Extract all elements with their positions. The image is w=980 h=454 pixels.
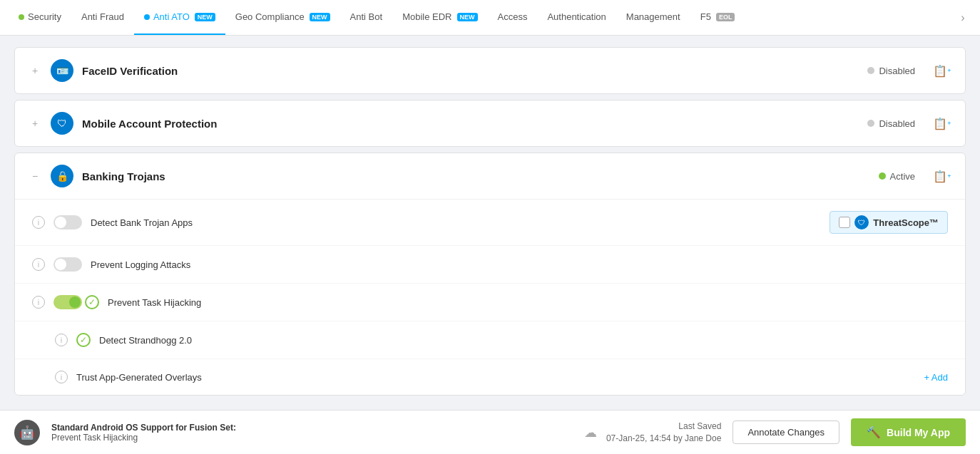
toggle-wrap-detect-bank-trojan <box>53 215 82 229</box>
feature-row-prevent-task-hijacking: i✓Prevent Task Hijacking <box>15 284 965 321</box>
feature-label-prevent-task-hijacking: Prevent Task Hijacking <box>108 297 948 308</box>
config-icon-faceid[interactable]: 📋+ <box>932 61 952 81</box>
feature-label-trust-app-overlays: Trust App-Generated Overlays <box>76 372 915 383</box>
status-dot-mobile-account <box>867 120 874 127</box>
main-content: +🪪FaceID VerificationDisabled📋++🛡Mobile … <box>0 36 980 410</box>
section-icon-banking-trojans: 🔒 <box>51 165 73 187</box>
section-header-faceid: +🪪FaceID VerificationDisabled📋+ <box>15 48 965 93</box>
nav-label-anti-fraud: Anti Fraud <box>81 11 124 22</box>
section-icon-faceid: 🪪 <box>51 59 73 82</box>
feature-label-detect-bank-trojan: Detect Bank Trojan Apps <box>91 217 821 228</box>
nav-badge-mobile-edr: NEW <box>457 13 478 21</box>
config-icon-mobile-account[interactable]: 📋+ <box>932 113 952 133</box>
nav-item-geo-compliance[interactable]: Geo ComplianceNEW <box>225 0 340 35</box>
info-icon-detect-strandhogg[interactable]: i <box>55 334 68 346</box>
feature-row-detect-strandhogg: i✓Detect Strandhogg 2.0 <box>15 321 965 359</box>
status-text-banking-trojans: Active <box>890 171 915 182</box>
status-text-faceid: Disabled <box>879 66 915 76</box>
feature-row-detect-bank-trojan: iDetect Bank Trojan Apps🛡ThreatScope™ <box>15 200 965 246</box>
section-body-banking-trojans: iDetect Bank Trojan Apps🛡ThreatScope™iPr… <box>15 199 965 395</box>
footer-save-text: Last Saved 07-Jan-25, 14:54 by Jane Doe <box>606 421 721 445</box>
config-icon-banking-trojans[interactable]: 📋+ <box>932 166 952 186</box>
feature-label-detect-strandhogg: Detect Strandhogg 2.0 <box>99 335 948 346</box>
toggle-prevent-task-hijacking[interactable] <box>53 295 82 309</box>
threatscope-icon: 🛡 <box>854 215 869 229</box>
android-glyph: 🤖 <box>19 425 35 440</box>
nav-item-anti-fraud[interactable]: Anti Fraud <box>71 0 134 35</box>
footer-save-info: ☁ Last Saved 07-Jan-25, 14:54 by Jane Do… <box>581 421 721 445</box>
build-button[interactable]: 🔨 Build My App <box>851 418 966 446</box>
info-icon-prevent-logging[interactable]: i <box>32 258 45 271</box>
nav-item-mobile-edr[interactable]: Mobile EDRNEW <box>392 0 487 35</box>
section-title-banking-trojans: Banking Trojans <box>82 170 870 182</box>
nav-chevron-right[interactable]: › <box>954 9 971 26</box>
toggle-check-detect-strandhogg: ✓ <box>76 333 91 347</box>
section-header-banking-trojans: −🔒Banking TrojansActive📋+ <box>15 153 965 199</box>
info-icon-trust-app-overlays[interactable]: i <box>55 371 68 383</box>
info-icon-prevent-task-hijacking[interactable]: i <box>32 296 45 309</box>
nav-item-authentication[interactable]: Authentication <box>537 0 616 35</box>
nav-label-access: Access <box>498 11 528 22</box>
nav-label-anti-bot: Anti Bot <box>350 11 383 22</box>
toggle-wrap-prevent-task-hijacking: ✓ <box>53 295 99 309</box>
section-title-faceid: FaceID Verification <box>82 65 859 77</box>
footer-title: Standard Android OS Support for Fusion S… <box>51 423 569 433</box>
footer: 🤖 Standard Android OS Support for Fusion… <box>0 410 980 454</box>
nav-label-f5: F5 <box>700 11 711 22</box>
toggle-prevent-logging[interactable] <box>53 257 82 272</box>
last-saved-date: 07-Jan-25, 14:54 by Jane Doe <box>606 433 721 445</box>
threatscope-checkbox[interactable] <box>839 217 850 228</box>
annotate-button[interactable]: Annotate Changes <box>733 421 839 444</box>
section-card-mobile-account: +🛡Mobile Account ProtectionDisabled📋+ <box>14 100 966 147</box>
feature-row-trust-app-overlays: iTrust App-Generated Overlays+ Add <box>15 359 965 395</box>
nav-badge-anti-ato: NEW <box>195 13 215 21</box>
section-header-mobile-account: +🛡Mobile Account ProtectionDisabled📋+ <box>15 100 965 146</box>
add-button-trust-app-overlays[interactable]: + Add <box>924 372 948 383</box>
top-navigation: SecurityAnti FraudAnti ATONEWGeo Complia… <box>0 0 980 36</box>
nav-dot-anti-ato <box>144 14 150 20</box>
info-icon-detect-bank-trojan[interactable]: i <box>32 216 45 229</box>
section-status-mobile-account: Disabled <box>867 118 915 129</box>
section-title-mobile-account: Mobile Account Protection <box>82 118 859 130</box>
nav-label-management: Management <box>626 11 680 22</box>
nav-label-authentication: Authentication <box>547 11 606 22</box>
toggle-detect-bank-trojan[interactable] <box>53 215 82 229</box>
feature-label-prevent-logging: Prevent Logging Attacks <box>91 259 948 270</box>
toggle-wrap-prevent-logging <box>53 257 82 272</box>
footer-subtitle: Prevent Task Hijacking <box>51 433 569 443</box>
nav-badge-f5: EOL <box>716 13 735 21</box>
nav-item-management[interactable]: Management <box>616 0 690 35</box>
threatscope-label: ThreatScope™ <box>873 217 939 228</box>
footer-text-block: Standard Android OS Support for Fusion S… <box>51 423 569 443</box>
expand-icon-banking-trojans[interactable]: − <box>28 169 42 183</box>
threatscope-button[interactable]: 🛡ThreatScope™ <box>830 211 948 234</box>
toggle-check-prevent-task-hijacking: ✓ <box>85 295 99 309</box>
nav-item-access[interactable]: Access <box>488 0 538 35</box>
nav-item-security[interactable]: Security <box>9 0 71 35</box>
nav-badge-geo-compliance: NEW <box>310 13 330 21</box>
section-status-faceid: Disabled <box>867 66 915 76</box>
nav-label-anti-ato: Anti ATO <box>153 11 190 22</box>
status-dot-faceid <box>867 67 874 74</box>
cloud-icon: ☁ <box>581 423 601 443</box>
status-text-mobile-account: Disabled <box>879 118 915 129</box>
nav-item-f5[interactable]: F5EOL <box>690 0 745 35</box>
feature-row-prevent-logging: iPrevent Logging Attacks <box>15 246 965 284</box>
nav-label-mobile-edr: Mobile EDR <box>402 11 451 22</box>
last-saved-label: Last Saved <box>606 421 721 433</box>
nav-item-anti-bot[interactable]: Anti Bot <box>340 0 393 35</box>
section-card-faceid: +🪪FaceID VerificationDisabled📋+ <box>14 47 966 94</box>
android-icon: 🤖 <box>14 420 40 445</box>
nav-item-anti-ato[interactable]: Anti ATONEW <box>134 0 225 35</box>
nav-dot-security <box>19 14 24 20</box>
section-card-banking-trojans: −🔒Banking TrojansActive📋+iDetect Bank Tr… <box>14 153 966 396</box>
nav-label-security: Security <box>28 11 61 22</box>
expand-icon-faceid[interactable]: + <box>28 63 42 78</box>
status-dot-banking-trojans <box>879 172 886 180</box>
nav-label-geo-compliance: Geo Compliance <box>235 11 305 22</box>
expand-icon-mobile-account[interactable]: + <box>28 116 42 130</box>
section-status-banking-trojans: Active <box>879 171 915 182</box>
build-icon: 🔨 <box>867 425 881 439</box>
build-label: Build My App <box>887 427 950 438</box>
section-icon-mobile-account: 🛡 <box>51 112 73 135</box>
